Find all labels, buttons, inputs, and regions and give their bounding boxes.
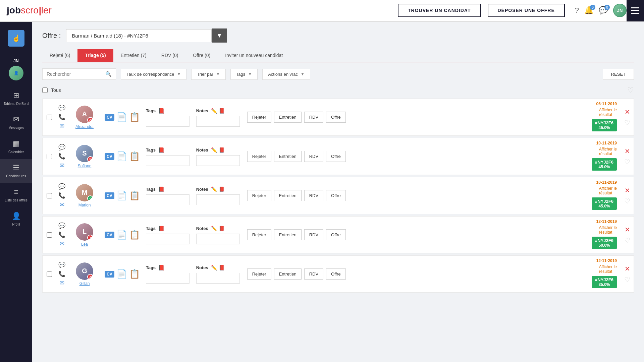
doc-icon2-alexandra[interactable]: 📋 bbox=[129, 112, 140, 122]
trier-filter[interactable]: Trier par ▼ bbox=[191, 69, 226, 80]
remove-icon-gillan[interactable]: ✕ bbox=[625, 265, 630, 273]
cv-icon-lea[interactable]: CV bbox=[105, 232, 114, 238]
tags-filter[interactable]: Tags ▼ bbox=[230, 69, 258, 80]
sidebar-avatar[interactable]: 👤 bbox=[9, 66, 23, 80]
rdv-btn-lea[interactable]: RDV bbox=[304, 229, 323, 240]
cv-icon-sofiane[interactable]: CV bbox=[105, 153, 114, 160]
tags-pdf-icon-lea[interactable]: 📕 bbox=[158, 226, 165, 232]
notes-edit-icon-marion[interactable]: ✏️ bbox=[211, 186, 217, 192]
tags-pdf-icon-sofiane[interactable]: 📕 bbox=[158, 147, 165, 153]
reset-button[interactable]: RESET bbox=[603, 69, 634, 80]
notes-textarea-gillan[interactable] bbox=[196, 273, 240, 284]
remove-icon-alexandra[interactable]: ✕ bbox=[625, 108, 630, 116]
sidebar-item-tableau[interactable]: ⊞ Tableau De Bord bbox=[0, 86, 32, 111]
chat-icon-marion[interactable]: 💬 bbox=[58, 183, 66, 190]
entretien-btn-sofiane[interactable]: Entretien bbox=[274, 151, 302, 162]
select-all-checkbox[interactable] bbox=[42, 87, 48, 93]
notes-textarea-sofiane[interactable] bbox=[196, 155, 240, 166]
chat-icon-sofiane[interactable]: 💬 bbox=[58, 143, 66, 151]
offre-btn-marion[interactable]: Offre bbox=[326, 190, 346, 201]
phone-icon-marion[interactable]: 📞 bbox=[58, 192, 66, 199]
phone-icon-lea[interactable]: 📞 bbox=[58, 231, 66, 239]
offre-btn-sofiane[interactable]: Offre bbox=[326, 151, 346, 162]
cand-name-lea[interactable]: Léa bbox=[81, 242, 88, 247]
rejeter-btn-sofiane[interactable]: Rejeter bbox=[247, 151, 271, 162]
rejeter-btn-lea[interactable]: Rejeter bbox=[247, 229, 271, 240]
tab-rejete[interactable]: Rejeté (6) bbox=[42, 49, 77, 62]
tags-input-alexandra[interactable] bbox=[146, 116, 190, 127]
cand-name-alexandra[interactable]: Alexandra bbox=[75, 124, 94, 129]
sidebar-item-profil[interactable]: 👤 Profil bbox=[0, 207, 32, 231]
heart-icon-gillan[interactable]: ♡ bbox=[624, 276, 630, 284]
doc-icon2-sofiane[interactable]: 📋 bbox=[129, 151, 140, 162]
heart-icon-sofiane[interactable]: ♡ bbox=[624, 158, 630, 166]
phone-icon-sofiane[interactable]: 📞 bbox=[58, 153, 66, 160]
sidebar-item-offres[interactable]: ≡ Liste des offres bbox=[0, 183, 32, 207]
checkbox-lea[interactable] bbox=[47, 232, 52, 238]
hamburger-menu-button[interactable] bbox=[627, 0, 644, 21]
checkbox-marion[interactable] bbox=[47, 193, 52, 198]
remove-icon-lea[interactable]: ✕ bbox=[625, 226, 630, 234]
tab-entretien[interactable]: Entretien (7) bbox=[113, 49, 154, 62]
heart-icon-alexandra[interactable]: ♡ bbox=[624, 119, 630, 127]
rdv-btn-alexandra[interactable]: RDV bbox=[304, 112, 323, 123]
notes-textarea-lea[interactable] bbox=[196, 234, 240, 244]
checkbox-sofiane[interactable] bbox=[47, 154, 52, 159]
rejeter-btn-alexandra[interactable]: Rejeter bbox=[247, 112, 271, 123]
notes-pdf-icon-marion[interactable]: 📕 bbox=[219, 186, 225, 192]
cand-result-link-sofiane[interactable]: Afficher lerésultat bbox=[599, 147, 617, 156]
post-offer-button[interactable]: DÉPOSER UNE OFFRE bbox=[488, 4, 565, 17]
heart-icon-lea[interactable]: ♡ bbox=[624, 236, 630, 244]
notes-textarea-alexandra[interactable] bbox=[196, 116, 240, 127]
notes-edit-icon-lea[interactable]: ✏️ bbox=[211, 226, 217, 232]
cv-icon-marion[interactable]: CV bbox=[105, 192, 114, 199]
checkbox-alexandra[interactable] bbox=[47, 115, 52, 120]
sidebar-touch-icon[interactable]: ☝ bbox=[0, 25, 32, 54]
offre-btn-lea[interactable]: Offre bbox=[326, 229, 346, 240]
entretien-btn-marion[interactable]: Entretien bbox=[274, 190, 302, 201]
notes-pdf-icon-lea[interactable]: 📕 bbox=[219, 226, 225, 232]
sidebar-touch-button[interactable]: ☝ bbox=[8, 30, 24, 47]
tags-input-gillan[interactable] bbox=[146, 273, 190, 284]
email-icon-sofiane[interactable]: ✉ bbox=[58, 162, 66, 169]
notes-textarea-marion[interactable] bbox=[196, 194, 240, 205]
doc-icon2-gillan[interactable]: 📋 bbox=[129, 269, 140, 279]
phone-icon-gillan[interactable]: 📞 bbox=[58, 270, 66, 278]
offre-btn-alexandra[interactable]: Offre bbox=[326, 112, 346, 123]
remove-icon-marion[interactable]: ✕ bbox=[625, 186, 630, 194]
cand-name-sofiane[interactable]: Sofiane bbox=[78, 164, 92, 168]
email-icon-alexandra[interactable]: ✉ bbox=[58, 122, 66, 130]
sidebar-item-messages[interactable]: ✉ Messages bbox=[0, 111, 32, 135]
heart-icon-marion[interactable]: ♡ bbox=[624, 197, 630, 205]
offre-dropdown-button[interactable]: ▼ bbox=[212, 28, 227, 43]
notifications-button[interactable]: 🔔 0 bbox=[584, 6, 593, 15]
logo[interactable]: jobscro|ler bbox=[7, 5, 52, 16]
email-icon-marion[interactable]: ✉ bbox=[58, 201, 66, 208]
notes-pdf-icon-alexandra[interactable]: 📕 bbox=[219, 108, 225, 114]
tags-input-lea[interactable] bbox=[146, 234, 190, 244]
tags-pdf-icon-marion[interactable]: 📕 bbox=[158, 186, 165, 192]
tab-inviter[interactable]: Inviter un nouveau candidat bbox=[218, 49, 290, 62]
checkbox-gillan[interactable] bbox=[47, 272, 52, 277]
rejeter-btn-gillan[interactable]: Rejeter bbox=[247, 268, 271, 280]
offre-select[interactable]: Barman / Barmaid (18) - #NYJ2F6 bbox=[66, 29, 212, 42]
tags-input-marion[interactable] bbox=[146, 194, 190, 205]
sidebar-user-info[interactable]: JN 👤 bbox=[0, 54, 32, 86]
remove-icon-sofiane[interactable]: ✕ bbox=[625, 147, 630, 155]
find-candidate-button[interactable]: TROUVER UN CANDIDAT bbox=[398, 4, 481, 17]
cv-icon-gillan[interactable]: CV bbox=[105, 271, 114, 278]
global-heart-icon[interactable]: ♡ bbox=[627, 86, 634, 95]
chat-icon-alexandra[interactable]: 💬 bbox=[58, 104, 66, 112]
actions-filter[interactable]: Actions en vrac ▼ bbox=[262, 69, 310, 80]
help-button[interactable]: ? bbox=[575, 6, 579, 15]
tags-pdf-icon-gillan[interactable]: 📕 bbox=[158, 265, 165, 271]
rdv-btn-marion[interactable]: RDV bbox=[304, 190, 323, 201]
chat-icon-lea[interactable]: 💬 bbox=[58, 222, 66, 230]
cand-result-link-lea[interactable]: Afficher lerésultat bbox=[599, 225, 617, 235]
entretien-btn-alexandra[interactable]: Entretien bbox=[274, 112, 302, 123]
tab-rdv[interactable]: RDV (0) bbox=[154, 49, 186, 62]
tab-offre[interactable]: Offre (0) bbox=[185, 49, 218, 62]
cand-name-gillan[interactable]: Gillan bbox=[79, 281, 90, 286]
cand-result-link-marion[interactable]: Afficher lerésultat bbox=[599, 186, 617, 195]
sidebar-item-candidatures[interactable]: ☰ Candidatures bbox=[0, 159, 32, 183]
